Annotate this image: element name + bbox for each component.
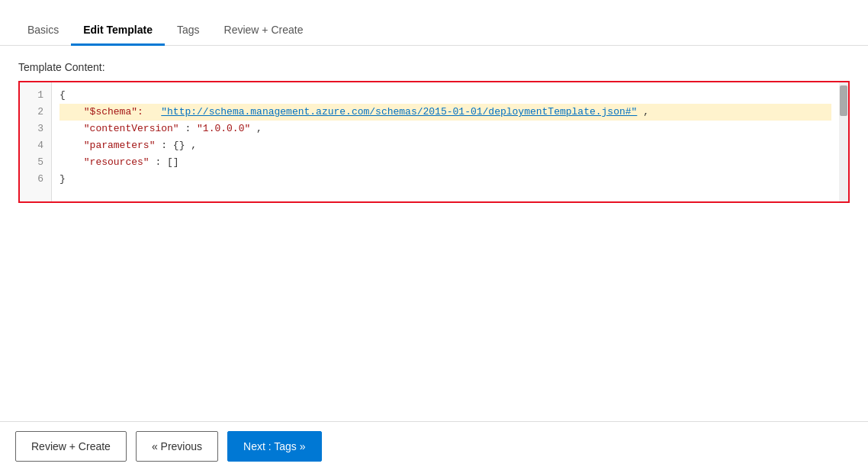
template-content-label: Template Content: — [18, 61, 850, 73]
code-editor[interactable]: 1 2 3 4 5 6 { "$schema": "http://schema.… — [18, 81, 850, 203]
main-content: Template Content: 1 2 3 4 5 6 { "$schema… — [0, 46, 868, 421]
tab-edit-template[interactable]: Edit Template — [71, 16, 165, 46]
review-create-button[interactable]: Review + Create — [15, 431, 127, 462]
code-line-1: { — [59, 87, 831, 104]
tab-tags[interactable]: Tags — [165, 16, 212, 46]
code-line-3: "contentVersion" : "1.0.0.0" , — [59, 121, 831, 137]
tab-review-create[interactable]: Review + Create — [212, 16, 316, 46]
code-line-5: "resources" : [] — [59, 154, 831, 171]
code-content[interactable]: { "$schema": "http://schema.management.a… — [52, 82, 839, 201]
footer: Review + Create « Previous Next : Tags » — [0, 421, 868, 470]
code-line-6: } — [59, 171, 831, 188]
code-line-4: "parameters" : {} , — [59, 137, 831, 154]
scrollbar[interactable] — [839, 82, 848, 201]
scrollbar-thumb[interactable] — [840, 85, 847, 116]
code-line-2: "$schema": "http://schema.management.azu… — [59, 104, 831, 121]
next-tags-button[interactable]: Next : Tags » — [227, 431, 321, 462]
tab-basics[interactable]: Basics — [15, 16, 71, 46]
previous-button[interactable]: « Previous — [136, 431, 218, 462]
line-numbers: 1 2 3 4 5 6 — [20, 82, 52, 201]
nav-tabs: Basics Edit Template Tags Review + Creat… — [0, 0, 868, 46]
